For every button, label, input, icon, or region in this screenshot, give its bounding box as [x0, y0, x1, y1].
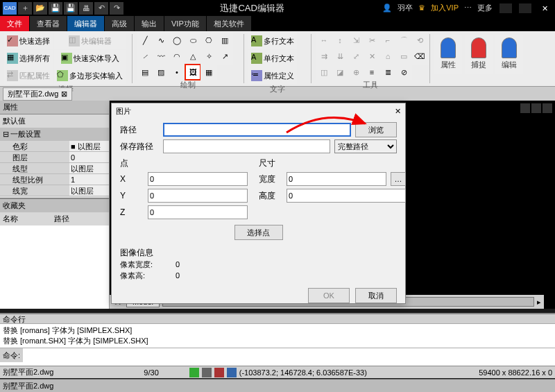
more-button[interactable]: 更多: [477, 3, 493, 13]
tab-editor[interactable]: 编辑器: [67, 16, 104, 31]
tool-btn[interactable]: ⇉: [316, 48, 332, 65]
user-label[interactable]: 羽卒: [398, 3, 413, 13]
scroll-right-icon[interactable]: ▸: [537, 298, 541, 307]
user-icon[interactable]: 👤: [382, 3, 392, 12]
tool-btn[interactable]: ◫: [316, 64, 332, 80]
canvas-close-icon[interactable]: [543, 103, 552, 113]
property-row[interactable]: 线型比例1: [0, 174, 109, 185]
tool-btn[interactable]: ◪: [332, 64, 348, 80]
tool-btn[interactable]: ≣: [379, 64, 396, 80]
browse-button[interactable]: 浏览: [355, 122, 397, 137]
close-icon[interactable]: ✕: [538, 3, 551, 13]
pick-point-button[interactable]: 选择点: [234, 225, 283, 240]
command-input[interactable]: [23, 349, 555, 361]
collapse-icon[interactable]: ⊟: [3, 130, 9, 139]
draw-tool[interactable]: △: [185, 48, 201, 65]
new-icon[interactable]: ＋: [18, 2, 32, 15]
draw-tool[interactable]: ◠: [169, 48, 185, 65]
minimize-icon[interactable]: [500, 3, 512, 13]
height-input[interactable]: [287, 189, 406, 203]
singleline-text-button[interactable]: A单行文本: [248, 50, 297, 67]
maximize-icon[interactable]: [519, 3, 531, 13]
draw-tool[interactable]: ⎔: [200, 32, 217, 49]
edit-panel-button[interactable]: 编辑: [495, 35, 523, 74]
point-x-input[interactable]: [148, 172, 248, 186]
attr-def-button[interactable]: ≔属性定义: [248, 67, 297, 84]
width-input[interactable]: [287, 172, 386, 186]
snap-panel-button[interactable]: 捕捉: [465, 35, 493, 74]
status-icon[interactable]: [227, 368, 237, 377]
property-row[interactable]: 线宽以图层: [0, 185, 109, 196]
draw-tool[interactable]: ⟋: [137, 48, 153, 65]
multiline-text-button[interactable]: A多行文本: [248, 33, 297, 49]
ok-button[interactable]: OK: [308, 288, 350, 303]
properties-group[interactable]: ⊟一般设置: [0, 128, 109, 141]
tab-viewer[interactable]: 查看器: [30, 16, 67, 31]
path-input[interactable]: [163, 123, 351, 137]
tool-btn[interactable]: ⊕: [348, 64, 364, 80]
draw-tool[interactable]: ◯: [169, 32, 185, 49]
property-row[interactable]: 线型以图层: [0, 163, 109, 174]
tab-close-icon[interactable]: ⊠: [61, 90, 67, 99]
status-icon[interactable]: [189, 368, 199, 377]
undo-icon[interactable]: ↶: [94, 2, 108, 15]
tool-btn[interactable]: ⌂: [379, 48, 396, 65]
save-icon[interactable]: 💾: [49, 2, 62, 15]
properties-panel-button[interactable]: 属性: [434, 35, 462, 74]
tool-btn[interactable]: ≡: [364, 64, 380, 80]
tab-file[interactable]: 文件: [0, 16, 29, 31]
tool-btn[interactable]: ⌫: [411, 48, 428, 65]
property-row[interactable]: 图层0: [0, 152, 109, 163]
draw-tool[interactable]: 〰: [153, 48, 169, 65]
draw-tool[interactable]: ▨: [153, 64, 169, 80]
tab-related[interactable]: 相关软件: [207, 16, 251, 31]
open-icon[interactable]: 📂: [33, 2, 47, 15]
canvas-max-icon[interactable]: [531, 103, 541, 113]
status-icon[interactable]: [214, 368, 224, 377]
draw-tool[interactable]: •: [169, 64, 185, 80]
document-tab[interactable]: 别墅平面2.dwg ⊠: [3, 87, 72, 101]
tool-btn[interactable]: ⇲: [348, 32, 364, 49]
tool-btn[interactable]: ⟲: [411, 32, 428, 49]
tool-btn[interactable]: ⊘: [395, 64, 412, 80]
quick-select-button[interactable]: ✓快速选择: [4, 33, 53, 49]
dialog-close-icon[interactable]: ✕: [395, 107, 401, 116]
draw-tool[interactable]: ∿: [153, 32, 169, 49]
tool-btn[interactable]: ✂: [364, 32, 380, 49]
tool-btn[interactable]: ⌒: [395, 32, 412, 49]
tool-btn[interactable]: ▭: [395, 48, 412, 65]
tool-btn[interactable]: ⇊: [332, 48, 348, 65]
size-more-button[interactable]: …: [391, 172, 406, 186]
path-mode-select[interactable]: 完整路径: [334, 139, 397, 153]
select-all-button[interactable]: ▦选择所有: [4, 50, 53, 67]
point-y-input[interactable]: [148, 189, 248, 203]
draw-tool[interactable]: ▤: [137, 64, 153, 80]
draw-tool[interactable]: ⬭: [185, 32, 201, 49]
cancel-button[interactable]: 取消: [355, 288, 397, 303]
tool-btn[interactable]: ✕: [364, 48, 380, 65]
point-z-input[interactable]: [148, 205, 248, 219]
tool-btn[interactable]: ↔: [316, 32, 332, 49]
tool-btn[interactable]: ⌐: [379, 32, 396, 49]
quick-import-button[interactable]: ▣快速实体导入: [54, 50, 126, 67]
insert-image-button[interactable]: 🖼: [185, 64, 201, 80]
save-path-input[interactable]: [163, 139, 330, 153]
print-icon[interactable]: 🖶: [79, 2, 93, 15]
draw-tool[interactable]: ↗: [216, 48, 233, 65]
tab-advanced[interactable]: 高级: [105, 16, 134, 31]
tool-btn[interactable]: ↕: [332, 32, 348, 49]
status-icon[interactable]: [202, 368, 212, 377]
tool-btn[interactable]: ⤢: [348, 48, 364, 65]
tab-vip[interactable]: VIP功能: [164, 16, 206, 31]
saveall-icon[interactable]: 💾: [64, 2, 78, 15]
vip-button[interactable]: 加入VIP: [431, 3, 459, 13]
canvas-min-icon[interactable]: [520, 103, 530, 113]
draw-tool[interactable]: ✧: [200, 48, 217, 65]
draw-tool[interactable]: ╱: [137, 32, 153, 49]
tab-output[interactable]: 输出: [135, 16, 164, 31]
draw-tool[interactable]: ▥: [216, 32, 233, 49]
redo-icon[interactable]: ↷: [110, 2, 123, 15]
draw-tool[interactable]: ▦: [200, 64, 217, 80]
property-row[interactable]: 色彩■ 以图层: [0, 141, 109, 152]
poly-import-button[interactable]: ⬠多边形实体输入: [54, 67, 126, 84]
